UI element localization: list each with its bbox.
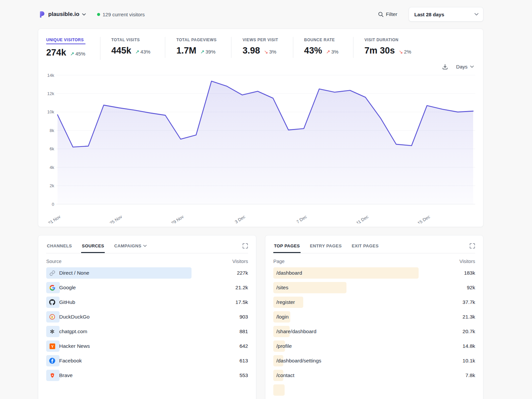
x-tick-label: 3 Dec — [234, 214, 246, 223]
x-tick-label: 25 Nov — [109, 214, 123, 223]
current-visitors-label: 129 current visitors — [103, 12, 145, 17]
metric-visit-duration[interactable]: VISIT DURATION7m 30s↘2% — [364, 37, 426, 58]
source-row-chatgpt-com[interactable]: chatgpt.com881 — [46, 326, 248, 337]
source-row-duckduckgo[interactable]: DuckDuckGo903 — [46, 311, 248, 323]
tab-top-pages[interactable]: TOP PAGES — [273, 242, 301, 253]
row-label: /dashboard — [276, 270, 302, 276]
download-icon[interactable] — [442, 64, 448, 70]
expand-icon[interactable] — [469, 243, 475, 249]
y-tick-label: 8k — [50, 128, 54, 133]
row-visitors: 37.7k — [463, 299, 475, 305]
tab-label: CHANNELS — [47, 243, 72, 248]
metric-unique-visitors[interactable]: UNIQUE VISITORS274k↗45% — [46, 37, 100, 60]
arrow-down-icon: ↘ — [399, 49, 403, 55]
tab-entry-pages[interactable]: ENTRY PAGES — [309, 242, 342, 253]
row-label: Hacker News — [59, 343, 90, 349]
x-tick-label: 11 Dec — [355, 214, 369, 223]
current-visitors[interactable]: 129 current visitors — [97, 12, 145, 17]
metric-label: TOTAL PAGEVIEWS — [176, 38, 216, 42]
bottom-grid: CHANNELSSOURCESCAMPAIGNS Source Visitors… — [38, 235, 483, 399]
tab-campaigns[interactable]: CAMPAIGNS — [113, 242, 147, 253]
metric-value: 274k — [46, 48, 66, 58]
metric-value: 1.7M — [176, 46, 196, 56]
arrow-up-icon: ↗ — [200, 49, 204, 55]
tab-sources[interactable]: SOURCES — [81, 242, 105, 253]
row-visitors: 183k — [464, 270, 475, 276]
metric-change: ↗3% — [326, 49, 338, 55]
y-tick-label: 12k — [47, 91, 54, 96]
visitors-card: UNIQUE VISITORS274k↗45%TOTAL VISITS445k↗… — [38, 29, 483, 227]
page-row-dashboard-settings[interactable]: /dashboard/settings10.1k — [273, 355, 475, 366]
row-visitors: 14.8k — [463, 343, 475, 349]
metric-change: ↗45% — [70, 51, 85, 57]
page-row-dashboard[interactable]: /dashboard183k — [273, 267, 475, 279]
hackernews-icon: Y — [49, 343, 55, 349]
x-tick-label: 29 Nov — [170, 214, 185, 223]
live-dot-icon — [97, 13, 100, 16]
page-row-partial — [273, 384, 475, 396]
row-label: Brave — [59, 372, 73, 378]
page-row-sites[interactable]: /sites92k — [273, 282, 475, 293]
row-label: Google — [59, 285, 76, 291]
source-row-github[interactable]: GitHub17.5k — [46, 297, 248, 308]
expand-icon[interactable] — [242, 243, 248, 249]
google-icon — [49, 285, 55, 291]
row-visitors: 642 — [239, 343, 248, 349]
site-switcher[interactable]: plausible.io — [38, 11, 86, 18]
metric-views-per-visit[interactable]: VIEWS PER VISIT3.98↘3% — [242, 37, 293, 58]
row-label: /dashboard/settings — [276, 358, 321, 364]
sources-col-visitors: Visitors — [232, 259, 248, 264]
row-visitors: 20.7k — [463, 329, 475, 334]
row-label: /register — [276, 299, 295, 305]
sources-card: CHANNELSSOURCESCAMPAIGNS Source Visitors… — [38, 235, 256, 399]
chatgpt-icon — [49, 329, 55, 334]
source-row-hacker-news[interactable]: YHacker News642 — [46, 340, 248, 352]
chevron-down-icon — [82, 13, 86, 16]
tab-label: ENTRY PAGES — [310, 243, 342, 248]
source-row-google[interactable]: Google21.2k — [46, 282, 248, 293]
pages-rows: /dashboard183k/sites92k/register37.7k/lo… — [273, 267, 475, 396]
filter-button[interactable]: Filter — [378, 11, 397, 17]
page-row-profile[interactable]: /profile14.8k — [273, 340, 475, 352]
sources-tabs: CHANNELSSOURCESCAMPAIGNS — [46, 242, 242, 253]
metric-total-pageviews[interactable]: TOTAL PAGEVIEWS1.7M↗39% — [176, 37, 231, 58]
date-range-select[interactable]: Last 28 days — [409, 7, 483, 22]
row-bar — [273, 384, 285, 396]
metric-total-visits[interactable]: TOTAL VISITS445k↗43% — [111, 37, 166, 58]
row-visitors: 881 — [239, 329, 248, 334]
metric-label: TOTAL VISITS — [111, 38, 151, 42]
source-row-direct-none[interactable]: Direct / None227k — [46, 267, 248, 279]
date-range-value: Last 28 days — [414, 12, 444, 17]
metric-value: 445k — [111, 46, 131, 56]
tab-exit-pages[interactable]: EXIT PAGES — [351, 242, 379, 253]
metric-change-value: 2% — [404, 49, 411, 55]
row-visitors: 7.8k — [466, 372, 475, 378]
row-label: /contact — [276, 372, 294, 378]
metric-value: 43% — [304, 46, 322, 56]
link-icon — [49, 270, 55, 276]
source-row-brave[interactable]: Brave553 — [46, 370, 248, 381]
sources-rows: Direct / None227kGoogle21.2kGitHub17.5kD… — [46, 267, 248, 381]
top-pages-card: TOP PAGESENTRY PAGESEXIT PAGES Page Visi… — [265, 235, 483, 399]
page-row-register[interactable]: /register37.7k — [273, 297, 475, 308]
row-visitors: 903 — [239, 314, 248, 320]
page-row-contact[interactable]: /contact7.8k — [273, 370, 475, 381]
svg-text:Y: Y — [51, 344, 54, 348]
arrow-down-icon: ↘ — [264, 49, 268, 55]
row-label: /login — [276, 314, 289, 320]
metric-bounce-rate[interactable]: BOUNCE RATE43%↗3% — [304, 37, 353, 58]
arrow-up-icon: ↗ — [326, 49, 331, 55]
page-row-login[interactable]: /login21.3k — [273, 311, 475, 323]
y-tick-label: 2k — [50, 183, 54, 188]
source-row-facebook[interactable]: Facebook613 — [46, 355, 248, 366]
page-row-share-dashboard[interactable]: /share/dashboard20.7k — [273, 326, 475, 337]
metric-change: ↗43% — [135, 49, 151, 55]
metric-change-value: 39% — [205, 49, 215, 55]
tab-channels[interactable]: CHANNELS — [46, 242, 72, 253]
metric-change-value: 3% — [331, 49, 338, 55]
row-label: GitHub — [59, 299, 75, 305]
interval-select[interactable]: Days — [456, 64, 474, 69]
row-visitors: 227k — [237, 270, 248, 276]
arrow-up-icon: ↗ — [135, 49, 140, 55]
row-visitors: 21.3k — [463, 314, 475, 320]
